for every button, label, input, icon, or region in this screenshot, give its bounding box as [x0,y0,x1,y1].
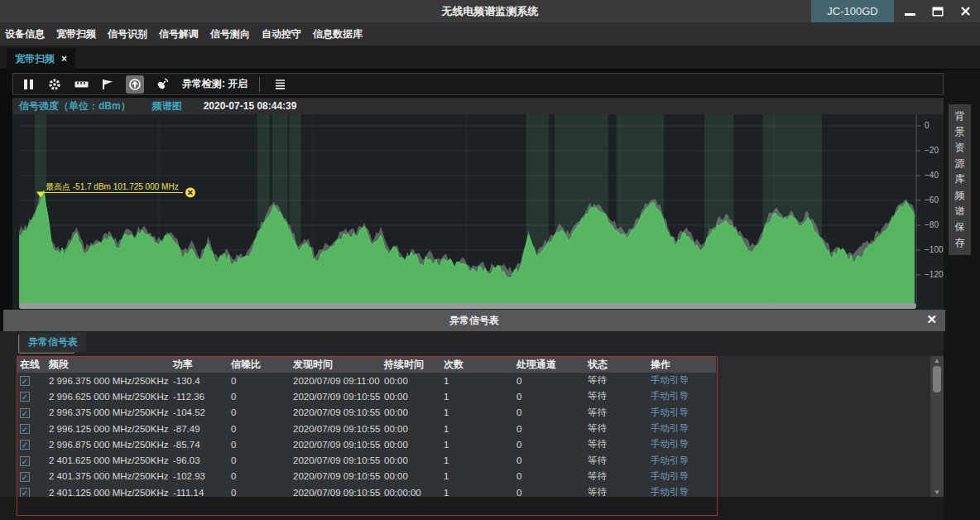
minimize-button[interactable] [896,0,923,22]
table-row[interactable]: ✓2 401.375 000 MHz/250KHz-102.9302020/07… [17,469,716,484]
close-button[interactable] [952,0,978,22]
table-row[interactable]: ✓2 996.375 000 MHz/250KHz-130.402020/07/… [17,373,716,388]
column-header[interactable]: 状态 [584,356,647,373]
ruler-button[interactable] [73,76,89,93]
table-cell: 2 401.125 000 MHz/250KHz [46,484,170,497]
scroll-up-icon[interactable]: ▲ [930,357,944,364]
settings-icon [48,78,61,91]
menu-item-2[interactable]: 信号识别 [108,27,147,41]
table-cell: -85.74 [170,436,228,452]
chart-y-title: 信号强度（单位：dBm） [19,99,131,113]
menu-item-1[interactable]: 宽带扫频 [56,27,96,41]
column-header[interactable]: 处理通道 [513,356,584,373]
menu-item-6[interactable]: 信息数据库 [313,27,363,41]
table-cell: 2 996.625 000 MHz/250KHz [46,388,170,404]
manual-guide-link[interactable]: 手动引导 [647,436,716,452]
manual-guide-link[interactable]: 手动引导 [647,405,716,421]
table-scrollbar[interactable]: ▲ ▼ [930,356,944,497]
panel-close-icon[interactable]: ✕ [926,312,937,327]
table-cell: 00:00 [381,436,440,452]
panel-bottom-strip [0,497,944,520]
online-checkbox[interactable]: ✓ [20,376,30,386]
toolbar-separator [259,77,260,92]
manual-guide-link[interactable]: 手动引导 [647,469,716,484]
online-checkbox[interactable]: ✓ [20,472,30,482]
flag-button[interactable] [99,76,116,93]
table-cell: 0 [513,373,584,388]
table-row[interactable]: ✓2 401.125 000 MHz/250KHz-111.1402020/07… [17,484,716,497]
column-header[interactable]: 次数 [440,356,513,373]
table-cell: 2020/07/09 09:11:00 [290,373,381,388]
chart-type-label: 频谱图 [152,99,182,113]
table-cell: 等待 [584,452,647,468]
settings-button[interactable] [46,76,63,93]
hamburger-icon [275,79,286,89]
table-row[interactable]: ✓2 401.625 000 MHz/250KHz-96.0302020/07/… [17,452,716,468]
tab-broadband-scan[interactable]: 宽带扫频 × [7,48,75,70]
table-cell: 等待 [584,469,647,484]
column-header[interactable]: 信噪比 [228,356,290,373]
menu-item-4[interactable]: 信号测向 [210,27,250,41]
table-cell: 0 [513,452,584,468]
column-header[interactable]: 频段 [46,356,170,373]
manual-guide-link[interactable]: 手动引导 [647,452,716,468]
maximize-button[interactable] [925,0,951,22]
table-cell: -96.03 [170,452,228,468]
table-cell: 1 [440,421,513,436]
menu-bar: 设备信息宽带扫频信号识别信号解调信号测向自动控守信息数据库 [0,22,980,46]
online-checkbox[interactable]: ✓ [20,408,30,418]
column-header[interactable]: 发现时间 [290,356,381,373]
scroll-thumb[interactable] [933,366,941,392]
table-cell: 等待 [584,421,647,436]
table-row[interactable]: ✓2 996.125 000 MHz/250KHz-87.4902020/07/… [17,421,716,436]
online-checkbox[interactable]: ✓ [20,440,30,450]
column-header[interactable]: 操作 [647,356,716,373]
online-checkbox[interactable]: ✓ [20,424,30,434]
satellite-icon [156,78,169,90]
table-cell: 0 [228,484,290,497]
tab-close-icon[interactable]: × [61,54,67,64]
pause-button[interactable] [20,76,36,93]
column-header[interactable]: 在线 [17,356,46,373]
peak-annotation: 最高点 -51.7 dBm 101.725 000 MHz [46,182,179,191]
menu-item-5[interactable]: 自动控守 [262,27,301,41]
abnormal-table-tab[interactable]: 异常信号表 [20,333,86,352]
column-header[interactable]: 持续时间 [381,356,440,373]
online-checkbox[interactable]: ✓ [20,456,30,466]
scroll-down-icon[interactable]: ▼ [930,489,944,496]
satellite-button[interactable] [154,76,171,93]
online-checkbox[interactable]: ✓ [20,488,30,497]
tab-bar: 宽带扫频 × [0,46,980,70]
table-row[interactable]: ✓2 996.625 000 MHz/250KHz-112.3602020/07… [17,388,716,404]
background-library-button[interactable]: 背景资源库 [949,104,971,191]
table-row[interactable]: ✓2 996.875 000 MHz/250KHz-85.7402020/07/… [17,436,716,452]
y-tick-label: −80 [925,220,939,229]
table-cell: 2 996.375 000 MHz/250KHz [46,405,170,421]
manual-guide-link[interactable]: 手动引导 [647,388,716,404]
chart-scrollbar[interactable] [19,303,916,309]
device-badge[interactable]: JC-100GD [811,0,894,22]
list-menu-button[interactable] [271,76,288,93]
table-cell: 2 401.375 000 MHz/250KHz [46,469,170,484]
spectrum-save-button[interactable]: 频谱保存 [949,184,971,255]
capture-button[interactable] [126,75,144,94]
table-row[interactable]: ✓2 996.375 000 MHz/250KHz-104.5202020/07… [17,405,716,421]
column-header[interactable]: 功率 [170,356,228,373]
table-cell: 1 [440,388,513,404]
manual-guide-link[interactable]: 手动引导 [647,421,716,436]
y-tick-label: 0 [925,121,930,130]
capture-icon [128,78,142,91]
y-tick-label: −40 [925,171,939,180]
online-checkbox[interactable]: ✓ [20,392,30,402]
table-cell: 00:00 [381,469,440,484]
manual-guide-link[interactable]: 手动引导 [647,484,716,497]
abnormal-panel-header[interactable]: 异常信号表 ✕ [3,310,945,331]
table-cell: 2 401.625 000 MHz/250KHz [46,452,170,468]
spectrum-chart[interactable]: 0−20−40−60−80−100−120最高点 -51.7 dBm 101.7… [12,114,944,310]
app-window: 无线电频谱监测系统 JC-100GD 设备信息宽带扫频信号识别信号解调信号测向自… [0,0,980,520]
menu-item-0[interactable]: 设备信息 [5,27,45,41]
manual-guide-link[interactable]: 手动引导 [647,373,716,388]
table-cell: 2 996.125 000 MHz/250KHz [46,421,170,436]
table-cell: 1 [440,452,513,468]
menu-item-3[interactable]: 信号解调 [159,27,199,41]
